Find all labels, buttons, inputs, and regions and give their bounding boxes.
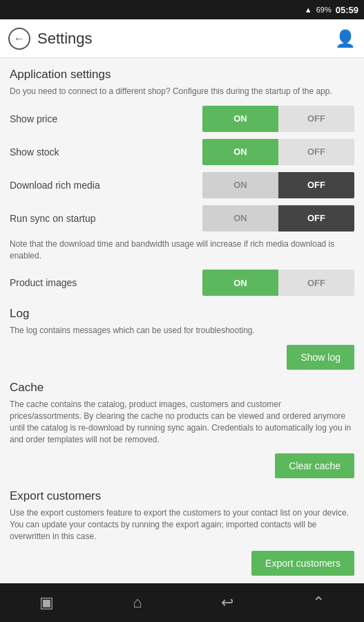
export-customers-button[interactable]: Export customers — [251, 551, 354, 576]
log-desc: The log contains messages which can be u… — [10, 325, 354, 337]
download-rich-media-label: Download rich media — [10, 180, 100, 191]
app-settings-section: Application settings Do you need to conn… — [10, 68, 354, 296]
show-price-off[interactable]: OFF — [278, 106, 354, 132]
download-rich-media-toggle[interactable]: ON OFF — [202, 172, 354, 198]
wifi-icon: ▲ — [305, 6, 312, 14]
run-sync-label: Run sync on startup — [10, 213, 96, 224]
page-title: Settings — [37, 30, 93, 48]
header: ← Settings 👤 — [0, 19, 364, 58]
download-rich-media-on[interactable]: ON — [202, 172, 278, 198]
user-icon[interactable]: 👤 — [335, 29, 356, 48]
download-rich-media-off[interactable]: OFF — [278, 172, 354, 198]
show-price-toggle[interactable]: ON OFF — [202, 106, 354, 132]
back-button[interactable]: ← — [8, 28, 30, 50]
header-left: ← Settings — [8, 28, 93, 50]
run-sync-toggle[interactable]: ON OFF — [202, 205, 354, 232]
product-images-on[interactable]: ON — [202, 270, 278, 296]
cache-section: Cache The cache contains the catalog, pr… — [10, 381, 354, 478]
run-sync-on[interactable]: ON — [202, 205, 278, 232]
download-rich-media-row: Download rich media ON OFF — [10, 172, 354, 198]
log-section: Log The log contains messages which can … — [10, 307, 354, 370]
export-customers-title: Export customers — [10, 489, 354, 503]
show-log-btn-row: Show log — [10, 345, 354, 370]
run-sync-off[interactable]: OFF — [278, 205, 354, 232]
export-customers-desc: Use the export customers feature to expo… — [10, 507, 354, 542]
product-images-row: Product images ON OFF — [10, 270, 354, 296]
app-settings-desc: Do you need to connect to a different sh… — [10, 86, 354, 97]
export-customers-btn-row: Export customers — [10, 551, 354, 576]
show-stock-row: Show stock ON OFF — [10, 139, 354, 165]
product-images-label: Product images — [10, 277, 77, 288]
home-button[interactable]: ⌂ — [133, 594, 142, 612]
bottom-nav: ▣ ⌂ ↩ ⌃ — [0, 583, 364, 622]
status-time: 05:59 — [336, 5, 358, 15]
product-images-off[interactable]: OFF — [278, 270, 354, 296]
run-sync-row: Run sync on startup ON OFF — [10, 205, 354, 232]
show-log-button[interactable]: Show log — [287, 345, 354, 370]
show-stock-off[interactable]: OFF — [278, 139, 354, 165]
show-price-label: Show price — [10, 113, 57, 124]
export-customers-section: Export customers Use the export customer… — [10, 489, 354, 575]
clear-cache-btn-row: Clear cache — [10, 453, 354, 478]
status-bar: ▲ 69% 05:59 — [0, 0, 364, 19]
product-images-toggle[interactable]: ON OFF — [202, 270, 354, 296]
content: Application settings Do you need to conn… — [0, 58, 364, 583]
menu-button[interactable]: ⌃ — [312, 594, 325, 612]
show-stock-on[interactable]: ON — [202, 139, 278, 165]
log-title: Log — [10, 307, 354, 321]
cache-desc: The cache contains the catalog, product … — [10, 399, 354, 445]
battery-text: 69% — [316, 6, 332, 14]
app-settings-title: Application settings — [10, 68, 354, 82]
recent-apps-button[interactable]: ▣ — [39, 594, 54, 612]
back-icon: ← — [14, 32, 25, 45]
show-price-row: Show price ON OFF — [10, 106, 354, 132]
show-price-on[interactable]: ON — [202, 106, 278, 132]
rich-media-note: Note that the download time and bandwidt… — [10, 238, 354, 262]
clear-cache-button[interactable]: Clear cache — [275, 453, 354, 478]
show-stock-toggle[interactable]: ON OFF — [202, 139, 354, 165]
show-stock-label: Show stock — [10, 147, 59, 158]
cache-title: Cache — [10, 381, 354, 395]
back-nav-button[interactable]: ↩ — [221, 594, 233, 612]
